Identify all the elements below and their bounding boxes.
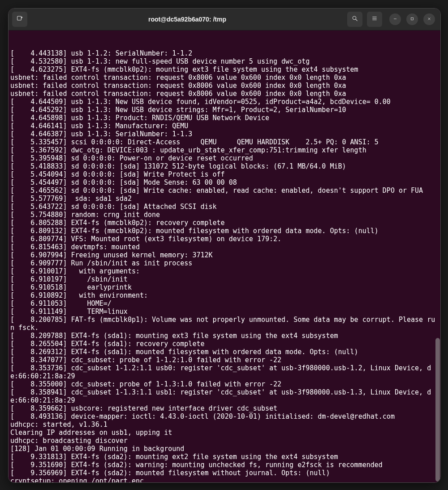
svg-rect-0 [17,16,22,20]
search-icon [351,15,358,24]
terminal-viewport[interactable]: [ 4.443138] usb 1-1.2: SerialNumber: 1-1… [9,30,440,482]
window-controls [389,13,435,25]
svg-line-4 [356,19,357,21]
svg-point-3 [353,16,356,19]
new-tab-icon [16,15,23,24]
titlebar-right [347,12,437,27]
close-icon [426,15,432,23]
window-title: root@dc5a92b6a070: /tmp [30,16,345,23]
svg-rect-9 [411,18,414,20]
close-button[interactable] [423,13,435,25]
maximize-icon [409,15,415,23]
menu-button[interactable] [367,12,382,27]
scrollbar-thumb[interactable] [435,338,440,481]
terminal-window: root@dc5a92b6a070: /tmp [8,8,441,483]
search-button[interactable] [347,12,362,27]
terminal-output: [ 4.443138] usb 1-1.2: SerialNumber: 1-1… [10,49,439,482]
minimize-icon [392,15,398,23]
titlebar: root@dc5a92b6a070: /tmp [9,9,440,30]
scrollbar[interactable] [435,31,440,481]
minimize-button[interactable] [389,13,401,25]
hamburger-icon [371,15,378,24]
new-tab-button[interactable] [12,12,27,27]
maximize-button[interactable] [406,13,418,25]
